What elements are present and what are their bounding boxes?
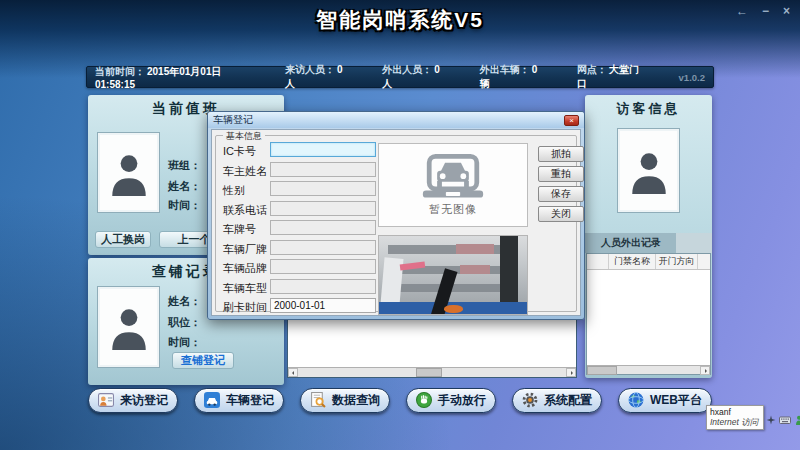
duty-time-label: 时间： [168,198,201,213]
network-name: hxanf [710,407,760,417]
camera-feed [378,235,528,315]
tab-exit-records[interactable]: 人员外出记录 [585,233,712,253]
status-bar: 当前时间：2015年01月01日 01:58:15 来访人员：0人 外出人员：0… [86,66,714,88]
status-current-time: 当前时间：2015年01月01日 01:58:15 [95,65,249,90]
keyboard-icon[interactable] [779,415,791,425]
close-icon[interactable]: × [783,4,790,18]
status-out-people: 外出人员：0人 [382,63,443,91]
visitor-register-button[interactable]: 来访登记 [88,388,178,413]
toolbar-button-label: WEB平台 [650,392,702,409]
network-tooltip: hxanf Internet 访问 [706,405,764,430]
title-bar: 智能岗哨系统V5 ← − × [0,0,800,34]
vehicle-model-input[interactable] [270,279,376,294]
ime-star-icon[interactable] [766,415,776,425]
web-platform-icon [628,392,644,408]
vehicle-registration-dialog: 车辆登记 × 基本信息 IC卡号 车主姓名 性别 联系电话 车牌号 车辆厂牌 车… [207,111,585,320]
col-door-direction: 开门方向 [656,254,698,269]
vehicle-image-placeholder: 暂无图像 [378,143,528,227]
dialog-close-icon[interactable]: × [564,115,579,126]
capture-button[interactable]: 抓拍 [538,146,584,162]
system-config-icon [522,392,538,408]
scroll-thumb[interactable] [587,366,617,375]
retake-button[interactable]: 重拍 [538,166,584,182]
vehicle-brand-input[interactable] [270,259,376,274]
dialog-field-row: 性别 [216,181,386,197]
back-icon[interactable]: ← [736,4,748,18]
system-config-button[interactable]: 系统配置 [512,388,602,413]
car-icon [416,154,490,200]
bedcheck-time-label: 时间： [168,335,201,350]
dialog-field-row: 车辆车型 [216,279,386,295]
language-bar [766,415,800,425]
save-button[interactable]: 保存 [538,186,584,202]
ime-green-icon[interactable] [794,415,800,425]
vehicle-register-icon [204,392,220,408]
owner-name-input[interactable] [270,162,376,177]
bedcheck-name-label: 姓名： [168,294,201,309]
exit-records-table: 门禁名称 开门方向 [586,253,711,375]
minimize-icon[interactable]: − [762,4,769,18]
dialog-title-bar[interactable]: 车辆登记 × [208,112,584,128]
owner-name-label: 车主姓名 [223,164,267,179]
network-status: Internet 访问 [710,417,760,429]
dialog-field-row: 车辆品牌 [216,259,386,275]
toolbar-button-label: 数据查询 [332,392,380,409]
tab-exit-records-label: 人员外出记录 [585,236,661,250]
data-query-button[interactable]: 数据查询 [300,388,390,413]
web-platform-button[interactable]: WEB平台 [618,388,712,413]
toolbar-button-label: 系统配置 [544,392,592,409]
center-horizontal-scrollbar[interactable] [288,367,576,377]
visitor-photo-placeholder [617,128,680,213]
close-button[interactable]: 关闭 [538,206,584,222]
phone-input[interactable] [270,201,376,216]
scroll-right-arrow-icon[interactable] [566,368,576,377]
phone-label: 联系电话 [223,203,267,218]
exit-records-scrollbar[interactable] [587,365,710,374]
plate-number-label: 车牌号 [223,222,256,237]
toolbar-button-label: 来访登记 [120,392,168,409]
ic-card-input[interactable] [270,142,376,157]
swipe-time-input[interactable]: 2000-01-01 [270,298,376,313]
window-controls: ← − × [736,4,790,18]
col-door-name: 门禁名称 [609,254,656,269]
vehicle-brand-label: 车辆品牌 [223,261,267,276]
swipe-time-label: 刷卡时间 [223,300,267,315]
vehicle-make-label: 车辆厂牌 [223,242,267,257]
status-out-vehicles: 外出车辆：0辆 [480,63,541,91]
bedcheck-register-button[interactable]: 查铺登记 [172,352,234,369]
vehicle-make-input[interactable] [270,240,376,255]
dialog-field-row: 车主姓名 [216,162,386,178]
app-window: 智能岗哨系统V5 ← − × 当前时间：2015年01月01日 01:58:15… [0,0,800,450]
col-empty [587,254,609,269]
exit-records-header-row: 门禁名称 开门方向 [587,254,710,270]
person-icon [628,148,670,194]
basic-info-group: 基本信息 IC卡号 车主姓名 性别 联系电话 车牌号 车辆厂牌 车辆品牌 车辆车… [215,135,577,312]
dialog-field-row: 车牌号 [216,220,386,236]
dialog-field-row: 车辆厂牌 [216,240,386,256]
person-icon [108,304,150,350]
gender-input[interactable] [270,181,376,196]
scroll-thumb[interactable] [416,368,442,377]
dialog-title: 车辆登记 [213,113,253,127]
visitor-panel-title: 访客信息 [585,95,712,118]
manual-release-button[interactable]: 手动放行 [406,388,496,413]
vehicle-register-button[interactable]: 车辆登记 [194,388,284,413]
scroll-right-arrow-icon[interactable] [700,366,710,375]
bedcheck-photo-placeholder [97,286,160,368]
manual-release-icon [416,392,432,408]
plate-number-input[interactable] [270,220,376,235]
gender-label: 性别 [223,183,245,198]
data-query-icon [310,392,326,408]
bottom-toolbar: 来访登记 车辆登记 数据查询 [88,387,712,413]
toolbar-button-label: 车辆登记 [226,392,274,409]
status-site: 网点：大堂门口 [577,63,642,91]
duty-team-label: 班组： [168,158,201,173]
manual-shift-button[interactable]: 人工换岗 [95,231,151,248]
dialog-body: 基本信息 IC卡号 车主姓名 性别 联系电话 车牌号 车辆厂牌 车辆品牌 车辆车… [211,129,581,316]
person-icon [108,150,150,196]
dialog-field-row: 刷卡时间2000-01-01 [216,298,386,314]
dialog-field-row: IC卡号 [216,142,386,158]
bedcheck-position-label: 职位： [168,315,201,330]
scroll-left-arrow-icon[interactable] [288,368,298,377]
app-title: 智能岗哨系统V5 [0,6,800,34]
